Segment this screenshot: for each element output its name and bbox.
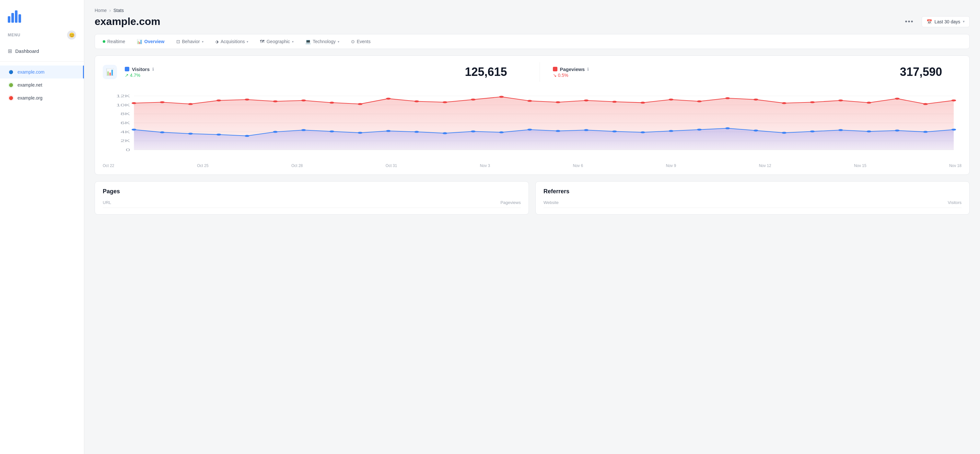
tab-label-acquisitions: Acquisitions	[221, 39, 245, 44]
svg-point-47	[216, 134, 221, 135]
technology-icon: 💻	[305, 39, 311, 44]
breadcrumb-separator: ›	[109, 8, 111, 13]
x-label: Nov 18	[949, 163, 961, 168]
tab-label-overview: Overview	[144, 39, 164, 44]
logo-bar-4	[19, 14, 21, 23]
svg-point-64	[697, 129, 702, 131]
calendar-icon: 📅	[926, 19, 932, 24]
chevron-down-icon: ▾	[963, 19, 965, 24]
tab-technology[interactable]: 💻Technology▾	[300, 36, 345, 47]
tab-label-geographic: Geographic	[266, 39, 290, 44]
more-options-button[interactable]: •••	[902, 16, 916, 27]
svg-point-67	[782, 132, 786, 134]
dashboard-label: Dashboard	[15, 48, 39, 54]
tab-geographic[interactable]: 🗺Geographic▾	[255, 36, 299, 47]
sidebar-logo	[0, 6, 84, 29]
svg-point-69	[838, 129, 843, 131]
pages-col-url: URL	[103, 200, 111, 205]
sidebar-item-example-com[interactable]: 🔵 example.com	[0, 65, 84, 78]
logo-bar-3	[15, 10, 18, 23]
svg-point-38	[810, 101, 815, 103]
stats-metrics: 📊 Visitors ℹ ↗ 4.7% 125,615	[95, 56, 969, 88]
dashboard-icon: ⊞	[8, 48, 12, 54]
svg-point-44	[132, 129, 136, 131]
tab-overview[interactable]: 📊Overview	[132, 36, 170, 47]
sidebar-item-dashboard[interactable]: ⊞ Dashboard	[0, 45, 84, 57]
site-dot-example-org: 🔴	[8, 95, 14, 101]
date-range-button[interactable]: 📅 Last 30 days ▾	[922, 16, 970, 27]
page-header: example.com ••• 📅 Last 30 days ▾	[95, 16, 970, 27]
svg-point-57	[499, 131, 504, 133]
svg-point-52	[358, 132, 362, 134]
svg-point-33	[668, 99, 673, 100]
x-label: Nov 3	[480, 163, 490, 168]
svg-point-41	[895, 97, 899, 100]
svg-point-45	[160, 131, 164, 133]
menu-label: MENU	[8, 33, 21, 37]
behavior-icon: ⊡	[176, 39, 180, 44]
menu-avatar[interactable]: 😊	[67, 30, 76, 40]
tab-label-behavior: Behavior	[182, 39, 200, 44]
referrers-table-header: Website Visitors	[544, 200, 961, 208]
svg-point-35	[725, 97, 730, 99]
tab-behavior[interactable]: ⊡Behavior▾	[171, 36, 209, 47]
sidebar-item-example-org[interactable]: 🔴 example.org	[0, 91, 84, 104]
svg-point-73	[951, 129, 956, 131]
svg-point-42	[923, 103, 928, 105]
breadcrumb-home[interactable]: Home	[95, 8, 107, 13]
site-dot-example-net: 🟢	[8, 82, 14, 88]
tab-acquisitions[interactable]: ⬗Acquisitions▾	[210, 36, 254, 47]
svg-point-59	[556, 130, 560, 132]
geographic-icon: 🗺	[260, 39, 264, 44]
svg-text:4K: 4K	[121, 130, 130, 134]
pageviews-change: ↘ 0.5%	[553, 73, 589, 78]
x-label: Nov 15	[854, 163, 866, 168]
pageviews-info-icon: ℹ	[587, 67, 589, 72]
visitors-color-dot	[125, 67, 129, 71]
svg-point-48	[245, 135, 249, 137]
site-label-example-net: example.net	[18, 82, 42, 88]
pageviews-down-arrow: ↘	[553, 73, 557, 78]
svg-point-19	[273, 100, 277, 102]
logo-bar-2	[11, 13, 14, 23]
pageviews-change-value: 0.5%	[558, 73, 568, 78]
svg-point-22	[358, 103, 362, 105]
visitors-value: 125,615	[465, 65, 526, 79]
chevron-icon-geographic: ▾	[292, 40, 294, 43]
site-label-example-org: example.org	[18, 96, 43, 100]
svg-point-49	[273, 131, 277, 133]
svg-point-28	[527, 100, 532, 102]
sidebar-sites: 🔵 example.com 🟢 example.net 🔴 example.or…	[0, 65, 84, 104]
svg-point-36	[754, 99, 758, 100]
svg-point-60	[584, 129, 589, 131]
svg-point-63	[668, 130, 673, 132]
svg-point-32	[640, 102, 645, 104]
pages-col-pageviews: Pageviews	[500, 200, 521, 205]
svg-point-51	[329, 131, 334, 132]
x-label: Oct 28	[291, 163, 303, 168]
svg-point-62	[640, 131, 645, 133]
svg-text:2K: 2K	[121, 139, 130, 143]
svg-point-31	[612, 101, 617, 103]
chevron-icon-behavior: ▾	[202, 40, 204, 43]
svg-point-46	[188, 133, 193, 135]
sidebar-item-example-net[interactable]: 🟢 example.net	[0, 78, 84, 91]
pageviews-value: 317,590	[900, 65, 961, 79]
pages-title: Pages	[103, 188, 521, 195]
referrers-card: Referrers Website Visitors	[535, 181, 970, 215]
pageviews-metric: Pageviews ℹ ↘ 0.5%	[553, 67, 589, 78]
chevron-icon-acquisitions: ▾	[247, 40, 248, 43]
pageviews-label: Pageviews	[560, 67, 585, 72]
chart-bar-icon: 📊	[106, 68, 114, 76]
svg-point-53	[386, 130, 390, 132]
svg-point-56	[471, 131, 476, 132]
page-title: example.com	[95, 16, 161, 27]
tab-label-events: Events	[357, 39, 371, 44]
tab-events[interactable]: ⊙Events	[346, 36, 376, 47]
x-label: Nov 9	[666, 163, 676, 168]
x-label: Oct 31	[386, 163, 397, 168]
visitors-change: ↗ 4.7%	[125, 73, 154, 78]
svg-text:6K: 6K	[121, 121, 130, 125]
tab-realtime[interactable]: Realtime	[97, 36, 130, 47]
svg-point-70	[867, 131, 871, 132]
